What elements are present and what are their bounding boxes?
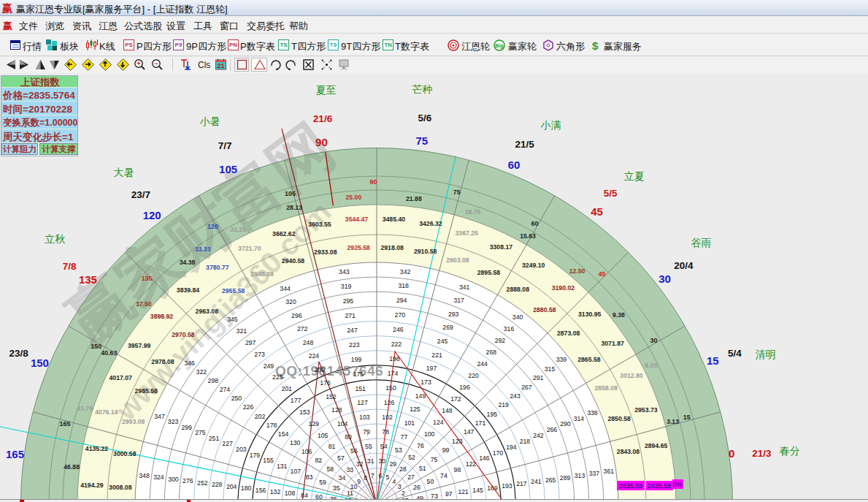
svg-text:0: 0 — [729, 447, 734, 460]
svg-text:小满: 小满 — [540, 119, 561, 131]
svg-text:105: 105 — [318, 432, 329, 439]
svg-text:274: 274 — [220, 386, 231, 393]
svg-text:101: 101 — [404, 419, 415, 427]
svg-text:15.63: 15.63 — [520, 232, 536, 240]
svg-text:−: − — [154, 60, 158, 67]
svg-text:267: 267 — [521, 384, 532, 391]
svg-text:46.88: 46.88 — [64, 463, 80, 471]
svg-text:127: 127 — [357, 399, 368, 406]
svg-text:29: 29 — [389, 460, 396, 468]
svg-text:174: 174 — [388, 370, 399, 377]
svg-text:7/8: 7/8 — [63, 261, 77, 272]
svg-text:90: 90 — [369, 178, 377, 186]
svg-text:341: 341 — [459, 284, 470, 291]
svg-text:105: 105 — [219, 163, 237, 175]
svg-text:219: 219 — [498, 401, 509, 408]
svg-text:80: 80 — [345, 433, 352, 441]
svg-text:346: 346 — [184, 360, 195, 367]
svg-text:82: 82 — [315, 457, 322, 464]
svg-text:123: 123 — [452, 438, 463, 445]
svg-text:27: 27 — [407, 474, 415, 481]
svg-text:75: 75 — [415, 134, 428, 147]
svg-text:146: 146 — [479, 455, 490, 462]
svg-text:315: 315 — [545, 365, 556, 373]
svg-text:271: 271 — [345, 312, 356, 319]
svg-text:2894.65: 2894.65 — [645, 442, 668, 449]
svg-text:52: 52 — [408, 454, 415, 461]
svg-text:2850.58: 2850.58 — [607, 415, 631, 422]
svg-text:294: 294 — [396, 297, 407, 304]
svg-text:15: 15 — [683, 414, 691, 421]
svg-text:3008.08: 3008.08 — [109, 484, 132, 491]
svg-text:7: 7 — [371, 472, 375, 479]
svg-text:150: 150 — [31, 357, 49, 369]
svg-text:3839.84: 3839.84 — [177, 286, 200, 294]
svg-text:25.00: 25.00 — [346, 194, 362, 201]
svg-text:90: 90 — [315, 136, 328, 148]
svg-text:立秋: 立秋 — [45, 233, 65, 245]
svg-text:246: 246 — [393, 326, 404, 333]
svg-text:34.38: 34.38 — [180, 259, 196, 266]
svg-text:298: 298 — [208, 377, 219, 384]
svg-text:2903.08: 2903.08 — [446, 256, 469, 264]
svg-text:154: 154 — [278, 430, 289, 438]
svg-text:74: 74 — [440, 472, 448, 479]
svg-text:97: 97 — [445, 490, 453, 498]
svg-text:273: 273 — [254, 351, 265, 358]
svg-text:28.13: 28.13 — [286, 204, 302, 211]
svg-text:178: 178 — [266, 422, 277, 429]
svg-text:268: 268 — [486, 349, 497, 356]
svg-text:15: 15 — [707, 354, 719, 367]
svg-text:28: 28 — [399, 465, 407, 473]
svg-text:175: 175 — [353, 370, 364, 378]
svg-text:272: 272 — [297, 325, 308, 332]
svg-text:79: 79 — [363, 428, 370, 436]
svg-text:135: 135 — [141, 275, 152, 282]
svg-text:3662.62: 3662.62 — [272, 230, 296, 237]
svg-text:75: 75 — [453, 189, 461, 196]
svg-text:4194.29: 4194.29 — [80, 482, 104, 489]
svg-text:276: 276 — [183, 477, 193, 484]
svg-text:50: 50 — [427, 478, 434, 485]
svg-text:265: 265 — [545, 476, 556, 484]
svg-text:121: 121 — [458, 488, 469, 495]
svg-text:3000.58: 3000.58 — [113, 450, 137, 457]
svg-text:155: 155 — [263, 457, 274, 464]
svg-text:QQ:1981457646: QQ:1981457646 — [275, 363, 383, 379]
svg-text:2985.58: 2985.58 — [134, 387, 158, 395]
svg-text:2858.08: 2858.08 — [594, 384, 618, 392]
svg-text:12.50: 12.50 — [569, 267, 585, 275]
svg-text:35: 35 — [333, 484, 340, 492]
svg-text:153: 153 — [299, 408, 310, 416]
svg-text:9: 9 — [357, 478, 361, 485]
svg-text:+: + — [137, 60, 140, 67]
svg-text:197: 197 — [426, 365, 437, 372]
svg-text:194: 194 — [506, 444, 517, 451]
svg-text:204: 204 — [226, 483, 237, 490]
svg-text:131: 131 — [277, 463, 288, 470]
svg-text:58: 58 — [326, 465, 334, 473]
svg-text:Big: Big — [495, 43, 503, 49]
svg-text:173: 173 — [420, 379, 431, 386]
svg-text:150: 150 — [385, 384, 396, 392]
svg-text:344: 344 — [280, 285, 291, 292]
svg-text:318: 318 — [398, 282, 409, 289]
svg-text:31: 31 — [367, 457, 375, 465]
svg-text:23/8: 23/8 — [9, 348, 28, 359]
svg-text:2925.58: 2925.58 — [347, 244, 370, 251]
svg-text:57: 57 — [337, 455, 345, 462]
svg-text:297: 297 — [245, 339, 256, 346]
svg-text:2910.58: 2910.58 — [414, 248, 437, 255]
svg-text:323: 323 — [168, 418, 179, 425]
svg-text:2993.08: 2993.08 — [122, 418, 145, 425]
svg-text:340: 340 — [512, 313, 523, 321]
svg-text:252: 252 — [197, 479, 208, 487]
svg-text:241: 241 — [531, 478, 542, 485]
svg-text:348: 348 — [139, 472, 150, 479]
svg-text:201: 201 — [281, 385, 292, 392]
svg-text:33.33: 33.33 — [195, 246, 211, 253]
svg-text:124: 124 — [433, 419, 444, 426]
svg-text:98: 98 — [454, 466, 461, 474]
svg-text:3071.87: 3071.87 — [601, 340, 624, 347]
svg-text:3957.99: 3957.99 — [128, 342, 151, 349]
